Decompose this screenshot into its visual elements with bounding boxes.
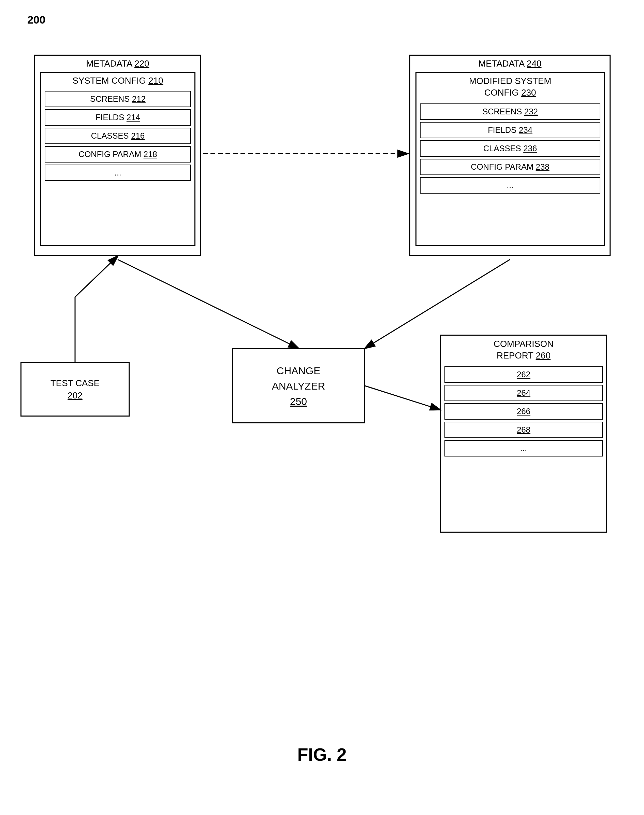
classes-216: CLASSES 216 bbox=[45, 128, 191, 144]
comparison-report-box: COMPARISONREPORT 260 262 264 266 268 ... bbox=[440, 335, 607, 533]
fig-label: FIG. 2 bbox=[0, 744, 644, 760]
fields-214: FIELDS 214 bbox=[45, 109, 191, 126]
modified-system-config-label: MODIFIED SYSTEMCONFIG 230 bbox=[417, 73, 604, 101]
system-config-inner-box: SYSTEM CONFIG 210 SCREENS 212 FIELDS 214… bbox=[40, 72, 195, 246]
change-analyzer-label: CHANGEANALYZER250 bbox=[270, 360, 327, 412]
fields-234: FIELDS 234 bbox=[420, 122, 600, 138]
report-266: 266 bbox=[445, 403, 603, 420]
system-config-label: SYSTEM CONFIG 210 bbox=[41, 73, 195, 89]
config-param-218: CONFIG PARAM 218 bbox=[45, 146, 191, 163]
ellipsis-left: ... bbox=[45, 165, 191, 181]
system-config-outer-box: METADATA 220 SYSTEM CONFIG 210 SCREENS 2… bbox=[34, 55, 201, 256]
change-analyzer-box: CHANGEANALYZER250 bbox=[232, 348, 365, 423]
test-case-box: TEST CASE202 bbox=[20, 362, 130, 417]
comparison-report-label: COMPARISONREPORT 260 bbox=[441, 336, 606, 364]
report-ellipsis: ... bbox=[445, 440, 603, 457]
classes-236: CLASSES 236 bbox=[420, 140, 600, 157]
analyzer-to-report-arrow bbox=[365, 386, 440, 410]
report-264: 264 bbox=[445, 385, 603, 401]
config-param-238: CONFIG PARAM 238 bbox=[420, 159, 600, 175]
report-268: 268 bbox=[445, 422, 603, 438]
test-case-label: TEST CASE202 bbox=[49, 374, 101, 404]
screens-232: SCREENS 232 bbox=[420, 103, 600, 120]
page-ref: 200 bbox=[27, 14, 45, 26]
metadata-220-label: METADATA 220 bbox=[35, 55, 200, 72]
metadata-240-label: METADATA 240 bbox=[410, 55, 610, 72]
screens-212: SCREENS 212 bbox=[45, 91, 191, 107]
ellipsis-right: ... bbox=[420, 177, 600, 194]
modified-system-config-outer-box: METADATA 240 MODIFIED SYSTEMCONFIG 230 S… bbox=[409, 55, 610, 256]
modified-system-config-inner-box: MODIFIED SYSTEMCONFIG 230 SCREENS 232 FI… bbox=[416, 72, 605, 246]
system-config-to-analyzer-arrow bbox=[118, 260, 299, 348]
test-case-arrow-diagonal bbox=[75, 256, 118, 297]
report-262: 262 bbox=[445, 366, 603, 383]
